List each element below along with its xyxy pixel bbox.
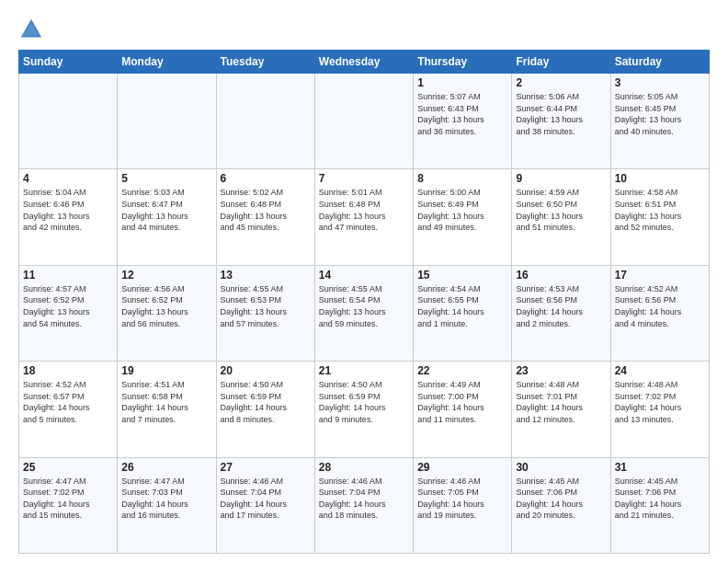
calendar-day-header: Friday — [512, 51, 610, 74]
calendar-cell: 30Sunrise: 4:45 AM Sunset: 7:06 PM Dayli… — [512, 457, 610, 553]
calendar-cell — [216, 74, 314, 169]
page: SundayMondayTuesdayWednesdayThursdayFrid… — [0, 0, 728, 563]
calendar-cell: 24Sunrise: 4:48 AM Sunset: 7:02 PM Dayli… — [610, 362, 709, 457]
day-number: 1 — [417, 76, 507, 89]
day-number: 22 — [417, 364, 507, 377]
day-info: Sunrise: 4:50 AM Sunset: 6:59 PM Dayligh… — [319, 379, 409, 425]
day-info: Sunrise: 4:57 AM Sunset: 6:52 PM Dayligh… — [23, 283, 113, 329]
day-number: 21 — [319, 364, 409, 377]
calendar-cell: 21Sunrise: 4:50 AM Sunset: 6:59 PM Dayli… — [314, 362, 413, 457]
day-info: Sunrise: 4:55 AM Sunset: 6:53 PM Dayligh… — [221, 283, 311, 329]
calendar-cell: 22Sunrise: 4:49 AM Sunset: 7:00 PM Dayli… — [414, 362, 512, 457]
calendar-cell: 4Sunrise: 5:04 AM Sunset: 6:46 PM Daylig… — [19, 169, 118, 265]
day-info: Sunrise: 4:45 AM Sunset: 7:06 PM Dayligh… — [516, 476, 606, 522]
day-info: Sunrise: 4:46 AM Sunset: 7:04 PM Dayligh… — [221, 476, 311, 522]
calendar-cell: 8Sunrise: 5:00 AM Sunset: 6:49 PM Daylig… — [414, 169, 512, 265]
day-info: Sunrise: 4:46 AM Sunset: 7:05 PM Dayligh… — [417, 476, 507, 522]
day-number: 20 — [221, 364, 311, 377]
day-number: 18 — [23, 364, 113, 377]
calendar-cell: 31Sunrise: 4:45 AM Sunset: 7:06 PM Dayli… — [610, 457, 709, 553]
calendar-cell: 10Sunrise: 4:58 AM Sunset: 6:51 PM Dayli… — [610, 169, 709, 265]
calendar-cell: 7Sunrise: 5:01 AM Sunset: 6:48 PM Daylig… — [314, 169, 413, 265]
calendar-header-row: SundayMondayTuesdayWednesdayThursdayFrid… — [19, 51, 710, 74]
day-info: Sunrise: 4:50 AM Sunset: 6:59 PM Dayligh… — [221, 379, 311, 425]
day-info: Sunrise: 4:59 AM Sunset: 6:50 PM Dayligh… — [516, 187, 606, 233]
day-info: Sunrise: 4:46 AM Sunset: 7:04 PM Dayligh… — [319, 476, 409, 522]
day-number: 26 — [121, 461, 211, 474]
calendar-cell: 19Sunrise: 4:51 AM Sunset: 6:58 PM Dayli… — [118, 362, 216, 457]
calendar-cell: 17Sunrise: 4:52 AM Sunset: 6:56 PM Dayli… — [610, 265, 709, 361]
day-info: Sunrise: 5:02 AM Sunset: 6:48 PM Dayligh… — [221, 187, 311, 233]
day-number: 13 — [221, 269, 311, 282]
day-number: 15 — [417, 269, 507, 282]
day-number: 14 — [319, 269, 409, 282]
day-number: 28 — [319, 461, 409, 474]
day-number: 19 — [121, 364, 211, 377]
day-number: 23 — [516, 364, 606, 377]
calendar-cell: 12Sunrise: 4:56 AM Sunset: 6:52 PM Dayli… — [118, 265, 216, 361]
day-number: 12 — [121, 269, 211, 282]
day-info: Sunrise: 5:00 AM Sunset: 6:49 PM Dayligh… — [417, 187, 507, 233]
calendar-cell: 15Sunrise: 4:54 AM Sunset: 6:55 PM Dayli… — [414, 265, 512, 361]
calendar-cell: 25Sunrise: 4:47 AM Sunset: 7:02 PM Dayli… — [19, 457, 118, 553]
day-number: 6 — [221, 172, 311, 185]
day-number: 5 — [121, 172, 211, 185]
calendar-cell: 9Sunrise: 4:59 AM Sunset: 6:50 PM Daylig… — [512, 169, 610, 265]
day-info: Sunrise: 5:07 AM Sunset: 6:43 PM Dayligh… — [417, 91, 507, 137]
day-number: 16 — [516, 269, 606, 282]
calendar-day-header: Sunday — [19, 51, 118, 74]
logo-icon — [18, 17, 44, 42]
calendar-cell: 2Sunrise: 5:06 AM Sunset: 6:44 PM Daylig… — [512, 74, 610, 169]
calendar-cell: 16Sunrise: 4:53 AM Sunset: 6:56 PM Dayli… — [512, 265, 610, 361]
calendar-week-row: 18Sunrise: 4:52 AM Sunset: 6:57 PM Dayli… — [19, 362, 710, 457]
day-info: Sunrise: 4:45 AM Sunset: 7:06 PM Dayligh… — [615, 476, 705, 522]
day-number: 24 — [615, 364, 705, 377]
calendar-cell: 28Sunrise: 4:46 AM Sunset: 7:04 PM Dayli… — [314, 457, 413, 553]
day-info: Sunrise: 4:56 AM Sunset: 6:52 PM Dayligh… — [121, 283, 211, 329]
day-info: Sunrise: 4:52 AM Sunset: 6:57 PM Dayligh… — [23, 379, 113, 425]
calendar-cell: 3Sunrise: 5:05 AM Sunset: 6:45 PM Daylig… — [610, 74, 709, 169]
day-number: 7 — [319, 172, 409, 185]
calendar-cell: 23Sunrise: 4:48 AM Sunset: 7:01 PM Dayli… — [512, 362, 610, 457]
day-number: 3 — [615, 76, 705, 89]
day-number: 2 — [516, 76, 606, 89]
calendar-day-header: Thursday — [414, 51, 512, 74]
day-info: Sunrise: 4:48 AM Sunset: 7:02 PM Dayligh… — [615, 379, 705, 425]
day-info: Sunrise: 4:51 AM Sunset: 6:58 PM Dayligh… — [121, 379, 211, 425]
calendar-cell: 26Sunrise: 4:47 AM Sunset: 7:03 PM Dayli… — [118, 457, 216, 553]
day-number: 27 — [221, 461, 311, 474]
calendar-cell: 20Sunrise: 4:50 AM Sunset: 6:59 PM Dayli… — [216, 362, 314, 457]
calendar-cell: 13Sunrise: 4:55 AM Sunset: 6:53 PM Dayli… — [216, 265, 314, 361]
calendar-cell — [19, 74, 118, 169]
day-info: Sunrise: 5:01 AM Sunset: 6:48 PM Dayligh… — [319, 187, 409, 233]
calendar-day-header: Wednesday — [314, 51, 413, 74]
calendar-cell: 27Sunrise: 4:46 AM Sunset: 7:04 PM Dayli… — [216, 457, 314, 553]
day-info: Sunrise: 4:58 AM Sunset: 6:51 PM Dayligh… — [615, 187, 705, 233]
day-number: 9 — [516, 172, 606, 185]
day-info: Sunrise: 5:04 AM Sunset: 6:46 PM Dayligh… — [23, 187, 113, 233]
day-info: Sunrise: 4:54 AM Sunset: 6:55 PM Dayligh… — [417, 283, 507, 329]
day-number: 8 — [417, 172, 507, 185]
logo — [18, 17, 48, 42]
calendar-cell: 14Sunrise: 4:55 AM Sunset: 6:54 PM Dayli… — [314, 265, 413, 361]
day-number: 25 — [23, 461, 113, 474]
day-info: Sunrise: 4:48 AM Sunset: 7:01 PM Dayligh… — [516, 379, 606, 425]
calendar-table: SundayMondayTuesdayWednesdayThursdayFrid… — [18, 50, 710, 554]
calendar-cell: 18Sunrise: 4:52 AM Sunset: 6:57 PM Dayli… — [19, 362, 118, 457]
day-info: Sunrise: 5:03 AM Sunset: 6:47 PM Dayligh… — [121, 187, 211, 233]
calendar-day-header: Monday — [118, 51, 216, 74]
calendar-week-row: 11Sunrise: 4:57 AM Sunset: 6:52 PM Dayli… — [19, 265, 710, 361]
calendar-day-header: Saturday — [610, 51, 709, 74]
calendar-week-row: 25Sunrise: 4:47 AM Sunset: 7:02 PM Dayli… — [19, 457, 710, 553]
calendar-cell — [314, 74, 413, 169]
calendar-cell: 29Sunrise: 4:46 AM Sunset: 7:05 PM Dayli… — [414, 457, 512, 553]
day-number: 31 — [615, 461, 705, 474]
day-info: Sunrise: 5:05 AM Sunset: 6:45 PM Dayligh… — [615, 91, 705, 137]
day-number: 29 — [417, 461, 507, 474]
day-number: 30 — [516, 461, 606, 474]
day-info: Sunrise: 4:53 AM Sunset: 6:56 PM Dayligh… — [516, 283, 606, 329]
day-info: Sunrise: 4:47 AM Sunset: 7:02 PM Dayligh… — [23, 476, 113, 522]
calendar-cell: 11Sunrise: 4:57 AM Sunset: 6:52 PM Dayli… — [19, 265, 118, 361]
day-number: 10 — [615, 172, 705, 185]
day-info: Sunrise: 4:47 AM Sunset: 7:03 PM Dayligh… — [121, 476, 211, 522]
